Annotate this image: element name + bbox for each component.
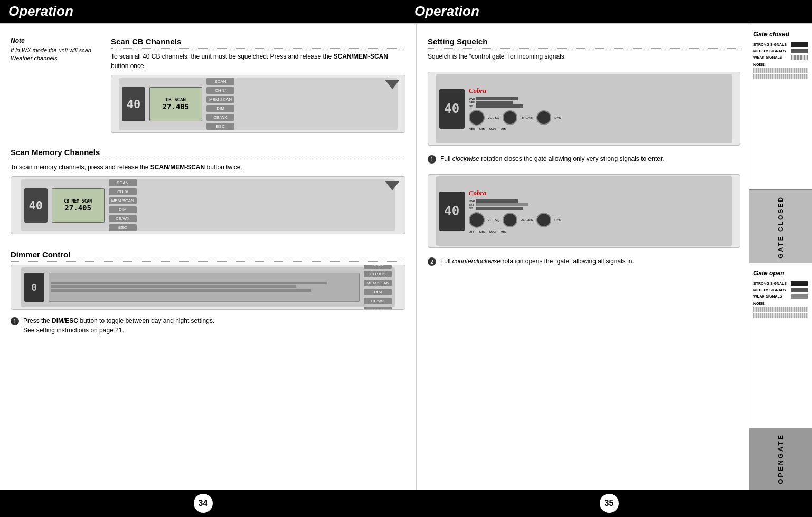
setting-squelch-section: Setting Squelch Squelch is the “control …	[428, 37, 740, 61]
radio-display-mem: CB MEM SCAN 27.405	[52, 188, 105, 223]
mem-scan-btn-dimmer: MEM SCAN	[364, 280, 392, 286]
scan-mem-text1: To scan memory channels, press and relea…	[11, 164, 150, 171]
sq-step2-num: 2	[428, 257, 436, 266]
dimmer-step1-text: Press the DIM/ESC button to toggle betwe…	[23, 316, 214, 335]
ch-number-display-dimmer: 0	[24, 273, 44, 302]
noise-section-open: NOISE	[753, 302, 808, 318]
gate-closed-label: Gate closed	[753, 31, 808, 38]
scan-arrow-icon	[385, 80, 400, 89]
right-page: Setting Squelch Squelch is the “control …	[417, 24, 812, 490]
note-scan-area: Note If in WX mode the unit will scan We…	[11, 37, 405, 142]
medium-signals-row-open: MEDIUM SIGNALS	[753, 288, 808, 292]
radio-squelch-open-image: 40 Cobra SWR S/RF SIG	[428, 174, 740, 248]
weak-label-open: WEAK SIGNALS	[753, 294, 789, 298]
dim-btn: DIM	[206, 105, 234, 112]
page-number-left: 34	[194, 494, 213, 513]
right-main: Setting Squelch Squelch is the “control …	[417, 24, 749, 490]
header-title-left: Operation	[8, 3, 73, 19]
sq1-bottom-labels: OFF MIN MAX MIN	[469, 128, 729, 131]
scan-memory-section: Scan Memory Channels To scan memory chan…	[11, 148, 405, 241]
dyn-label-1: DYN	[554, 116, 561, 119]
gate-open-side-wrapper: GATE OPEN	[749, 428, 812, 490]
scan-cb-text1: To scan all 40 CB channels, the unit mus…	[111, 53, 334, 60]
radio-display-cb: CB SCAN 27.405	[149, 87, 202, 121]
header-right: Operation	[406, 0, 812, 23]
display-label-cb: CB SCAN	[166, 97, 186, 102]
esc-btn: ESC	[206, 123, 234, 130]
noise-section-closed: NOISE	[753, 63, 808, 79]
ch9-btn: CH 9/	[206, 87, 234, 94]
esc-btn-dimmer: ESC	[364, 307, 392, 310]
noise-bar1-open	[753, 307, 808, 312]
sq2-controls: Cobra SWR S/RF SIG	[469, 189, 729, 233]
radio-inner: 40 CB SCAN 27.405 SCAN CH 9/ MEM SCAN DI…	[119, 78, 398, 129]
radio-inner-dimmer: 0 SCAN CH 9/19 MEM SCAN DIM	[21, 267, 395, 307]
strong-label-closed: STRONG SIGNALS	[753, 43, 789, 46]
gate-closed-side-label: GATE CLOSED	[777, 196, 785, 258]
dyn-knob-1	[536, 110, 551, 125]
cobra-logo-2: Cobra	[469, 189, 729, 197]
gate-open-label: Gate open	[753, 270, 808, 277]
weak-bar-closed	[791, 55, 808, 60]
scan-mem-text: To scan memory channels, press and relea…	[11, 162, 405, 172]
radio-dimmer-image: 0 SCAN CH 9/19 MEM SCAN DIM	[11, 265, 405, 310]
vol-knob-2	[469, 212, 485, 228]
sq1-knobs: VOL SQ RF GAIN DYN	[469, 110, 729, 126]
medium-label-open: MEDIUM SIGNALS	[753, 288, 789, 292]
radio-inner-sq1: 40 Cobra SWR S/RF SIG	[436, 74, 732, 143]
esc-btn-2: ESC	[109, 224, 137, 231]
dimmer-display-area	[49, 273, 360, 302]
scan-cb: Scan CB Channels To scan all 40 CB chann…	[111, 37, 405, 133]
noise-bar2-closed	[753, 74, 808, 79]
spacer-1	[428, 167, 740, 174]
radio-inner-mem: 40 CB MEM SCAN 27.405 SCAN CH 9/ MEM SCA…	[21, 179, 395, 231]
clockwise-italic: clockwise	[452, 155, 479, 162]
dyn-label-2: DYN	[554, 218, 561, 222]
squelch-intro: Squelch is the “control gate” for incomi…	[428, 52, 740, 61]
header-title-right: Operation	[414, 3, 479, 19]
vol-label-1: VOL SQ	[488, 116, 499, 119]
page-footer: 34 35	[0, 490, 812, 517]
sq1-ch-num: 40	[439, 89, 465, 129]
ch-number-display-mem: 40	[24, 188, 48, 223]
dimesc-bold: DIM/ESC	[52, 317, 78, 324]
signal-meter-2: SWR S/RF SIG	[469, 199, 729, 210]
weak-signals-row-open: WEAK SIGNALS	[753, 294, 808, 299]
medium-signals-row-closed: MEDIUM SIGNALS	[753, 49, 808, 53]
radio-buttons-dimmer: SCAN CH 9/19 MEM SCAN DIM CB/WX ESC	[364, 265, 392, 310]
radio-mem-scan-image: 40 CB MEM SCAN 27.405 SCAN CH 9/ MEM SCA…	[11, 176, 405, 234]
gate-open-block: Gate open STRONG SIGNALS MEDIUM SIGNALS	[749, 263, 812, 428]
rf-label-2: RF GAIN	[521, 218, 533, 222]
noise-bar1-closed	[753, 68, 808, 73]
scan-cb-title: Scan CB Channels	[111, 37, 405, 49]
sq1-labels: SWR S/RF SIG	[469, 97, 475, 108]
sq2-bottom-labels: OFF MIN MAX MIN	[469, 230, 729, 233]
cbwx-btn: CB/WX	[206, 114, 234, 121]
weak-label-closed: WEAK SIGNALS	[753, 55, 789, 59]
sq-step1-num: 1	[428, 155, 436, 164]
page-header: Operation Operation	[0, 0, 812, 23]
sq-step1-text: Full clockwise rotation closes the gate …	[440, 154, 664, 164]
radio-cb-scan-image: 40 CB SCAN 27.405 SCAN CH 9/ MEM SCAN DI…	[111, 75, 405, 133]
dim-btn-2: DIM	[109, 206, 137, 213]
dimmer-bars	[51, 282, 358, 292]
sq1-bars	[476, 97, 523, 108]
scan-arrow-icon-2	[385, 181, 400, 190]
sq2-labels: SWR S/RF SIG	[469, 199, 475, 210]
scan-cb-text2: button once.	[111, 62, 146, 70]
strong-label-open: STRONG SIGNALS	[753, 282, 789, 285]
sq1-controls: Cobra SWR S/RF SIG	[469, 87, 729, 131]
right-sidebar: Gate closed STRONG SIGNALS MEDIUM SIGNAL…	[749, 24, 812, 490]
rf-knob-1	[503, 110, 517, 125]
gate-open-side-label1: GATE	[777, 434, 785, 458]
display-freq-mem: 27.405	[64, 204, 91, 212]
sq2-knobs: VOL SQ RF GAIN DYN	[469, 212, 729, 228]
gate-open-side-label2: OPEN	[777, 458, 785, 484]
radio-squelch-closed-image: 40 Cobra SWR S/RF SIG	[428, 72, 740, 146]
step1-number: 1	[11, 317, 19, 325]
dimmer-step2-text: See setting instructions on page 21.	[23, 327, 124, 334]
scan-btn-2: SCAN	[109, 179, 137, 186]
gate-open-signals: STRONG SIGNALS MEDIUM SIGNALS WEAK SIGNA…	[753, 281, 808, 318]
sq-step2-text: Full counterclockwise rotation opens the…	[440, 256, 634, 266]
noise-label-closed: NOISE	[753, 63, 808, 66]
